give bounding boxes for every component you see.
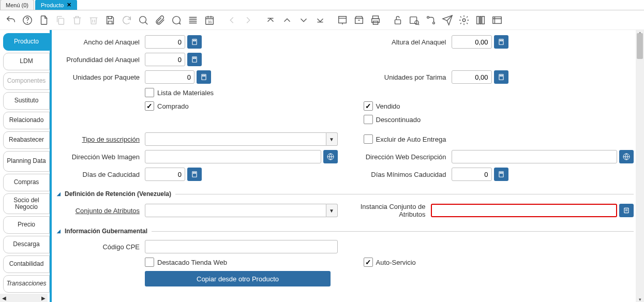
calc-icon[interactable]	[187, 35, 202, 49]
date-icon[interactable]: 31	[204, 14, 215, 26]
report-icon[interactable]	[337, 14, 348, 26]
tab-menu-label: Menú (0)	[6, 2, 28, 8]
copy-icon	[55, 14, 66, 26]
label-unidades-paquete: Unidades por Paquete	[57, 73, 145, 81]
input-dias-caducidad[interactable]	[145, 168, 185, 181]
tab-menu[interactable]: Menú (0)	[0, 0, 34, 10]
new-icon[interactable]	[38, 14, 50, 26]
input-ancho[interactable]	[145, 35, 185, 49]
calc-icon[interactable]	[197, 70, 211, 84]
undo-icon[interactable]	[5, 14, 17, 26]
vertical-scrollbar[interactable]: ▴ ▾	[636, 30, 644, 302]
checkbox-destacado-tienda[interactable]	[145, 258, 154, 267]
last-icon[interactable]	[314, 14, 326, 26]
checkbox-vendido[interactable]	[364, 101, 373, 111]
input-instancia-conjunto[interactable]	[431, 204, 618, 217]
checkbox-lista-materiales[interactable]	[145, 88, 154, 97]
input-unidades-paquete[interactable]	[145, 70, 194, 84]
sidetab-reabastecer[interactable]: Reabastecer	[3, 131, 50, 149]
checkbox-excluir-auto[interactable]	[364, 134, 373, 144]
sidetab-transacciones[interactable]: Transacciones	[3, 275, 50, 293]
prev-icon	[226, 14, 237, 26]
calc-icon[interactable]	[187, 168, 202, 181]
svg-rect-34	[203, 76, 205, 77]
sidetab-compras[interactable]: Compras	[3, 174, 50, 191]
svg-rect-23	[477, 16, 480, 24]
help-icon[interactable]	[22, 14, 33, 26]
label-codigo-cpe: Código CPE	[57, 243, 145, 251]
label-vendido: Vendido	[376, 102, 400, 110]
input-dir-imagen[interactable]	[145, 150, 321, 163]
lock-icon[interactable]	[392, 14, 403, 26]
label-conjunto-atributos: Conjunto de Atributos	[57, 207, 145, 215]
print-icon[interactable]	[370, 14, 381, 26]
side-tabs: Producto LDM Componentes Sustituto Relac…	[0, 30, 52, 302]
sidetab-socio[interactable]: Socio del Negocio	[3, 193, 50, 214]
input-profundidad[interactable]	[145, 53, 185, 66]
calc-icon[interactable]	[494, 168, 508, 181]
calc-icon[interactable]	[494, 70, 508, 84]
sidetab-descarga[interactable]: Descarga	[3, 236, 50, 253]
sidetab-componentes[interactable]: Componentes	[3, 72, 50, 90]
section-retencion[interactable]: Definición de Retención (Venezuela)	[57, 190, 634, 198]
workflow-icon[interactable]	[425, 14, 437, 26]
svg-rect-17	[395, 20, 401, 24]
input-dias-min[interactable]	[452, 168, 492, 181]
chat-icon[interactable]	[171, 14, 182, 26]
product-info-icon[interactable]	[475, 14, 486, 26]
select-tipo-suscripcion[interactable]	[145, 132, 326, 146]
save-icon[interactable]	[104, 14, 116, 26]
sidetab-planning[interactable]: Planning Data	[3, 151, 50, 172]
process-icon[interactable]	[491, 14, 503, 26]
sidetab-producto[interactable]: Producto	[3, 33, 50, 51]
input-altura[interactable]	[452, 35, 492, 49]
chevron-down-icon[interactable]: ▼	[326, 132, 338, 146]
side-scrollbar[interactable]: ◀▶	[0, 294, 48, 302]
chevron-down-icon[interactable]: ▼	[326, 204, 338, 217]
refresh-icon[interactable]	[121, 14, 132, 26]
archive-icon[interactable]	[353, 14, 365, 26]
svg-rect-30	[500, 40, 502, 41]
up-icon[interactable]	[281, 14, 293, 26]
checkbox-comprado[interactable]	[145, 101, 154, 111]
attributes-icon[interactable]	[619, 204, 634, 217]
label-unidades-tarima: Unidades por Tarima	[353, 73, 452, 81]
calc-icon[interactable]	[494, 35, 508, 49]
sidetab-sustituto[interactable]: Sustituto	[3, 92, 50, 110]
globe-icon[interactable]	[323, 150, 338, 163]
select-conjunto-atributos[interactable]	[145, 204, 326, 217]
sidetab-ldm[interactable]: LDM	[3, 53, 50, 70]
section-gubernamental[interactable]: Información Gubernamental	[57, 228, 634, 235]
gear-icon[interactable]	[458, 14, 470, 26]
label-dias-min: Días Mínimos Caducidad	[353, 171, 452, 178]
tab-producto[interactable]: Producto ✕	[35, 0, 77, 10]
label-dir-imagen: Dirección Web Imagen	[57, 153, 145, 161]
input-dir-desc[interactable]	[452, 150, 618, 163]
input-codigo-cpe[interactable]	[145, 240, 338, 253]
down-icon[interactable]	[298, 14, 309, 26]
copy-from-product-button[interactable]: Copiar desde otro Producto	[145, 271, 331, 286]
checkbox-descontinuado[interactable]	[364, 115, 373, 124]
svg-text:31: 31	[208, 19, 212, 24]
zoom-across-icon[interactable]	[409, 14, 420, 26]
search-icon[interactable]	[138, 14, 149, 26]
sidetab-contabilidad[interactable]: Contabilidad	[3, 255, 50, 273]
input-unidades-tarima[interactable]	[452, 70, 492, 84]
toolbar: 31	[0, 10, 644, 30]
svg-rect-26	[493, 17, 502, 23]
calc-icon[interactable]	[187, 53, 202, 66]
label-dias-caducidad: Días de Caducidad	[57, 171, 145, 178]
attach-icon[interactable]	[154, 14, 166, 26]
svg-rect-28	[193, 40, 196, 41]
svg-rect-14	[373, 16, 379, 19]
sidetab-precio[interactable]: Precio	[3, 216, 50, 234]
svg-rect-25	[482, 16, 485, 24]
checkbox-auto-servicio[interactable]	[364, 258, 373, 267]
first-icon[interactable]	[265, 14, 276, 26]
close-icon[interactable]: ✕	[67, 2, 71, 8]
sidetab-relacionado[interactable]: Relacionado	[3, 112, 50, 129]
svg-point-3	[140, 16, 146, 23]
globe-icon[interactable]	[619, 150, 634, 163]
multi-view-icon[interactable]	[187, 14, 199, 26]
request-icon[interactable]	[442, 14, 453, 26]
